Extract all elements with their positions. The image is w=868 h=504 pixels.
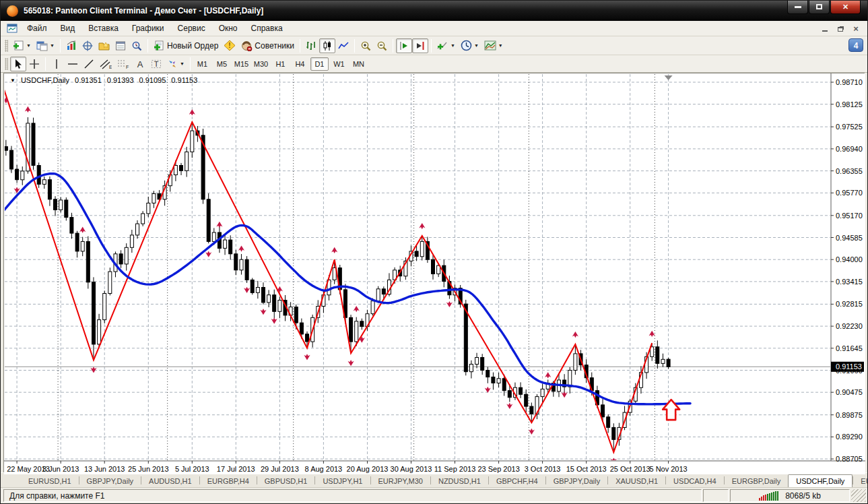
mdi-minimize-button[interactable]: [820, 24, 830, 33]
candle: [420, 241, 424, 256]
horizontal-line-button[interactable]: [65, 57, 81, 71]
menu-item[interactable]: Вид: [54, 22, 82, 35]
arrows-button[interactable]: ▼: [164, 57, 187, 71]
zoom-out-button[interactable]: [374, 38, 390, 53]
candle: [568, 371, 572, 387]
market-watch-button[interactable]: [63, 38, 79, 53]
chart-tab[interactable]: AUDUSD,H1: [141, 474, 199, 487]
trendline-button[interactable]: [81, 57, 97, 71]
minimize-button[interactable]: [787, 1, 808, 14]
indicators-button[interactable]: ▼: [434, 38, 458, 53]
price-tick-label: 0.96940: [836, 145, 863, 153]
text-label-button[interactable]: T: [148, 57, 164, 71]
candle: [98, 320, 101, 344]
line-chart-button[interactable]: [335, 38, 352, 53]
vertical-line-button[interactable]: [48, 57, 65, 71]
chevron-down-icon: ▼: [50, 43, 55, 48]
candle: [207, 199, 210, 242]
ohlc-high: 0.91393: [107, 76, 134, 84]
navigator-button[interactable]: [96, 38, 112, 53]
candle: [481, 358, 484, 371]
bar-chart-button[interactable]: [303, 38, 319, 53]
auto-scroll-button[interactable]: [396, 38, 412, 53]
menu-item[interactable]: Файл: [20, 22, 54, 35]
candle: [4, 147, 7, 151]
candle: [492, 377, 495, 383]
close-button[interactable]: ✕: [830, 1, 861, 14]
period-button-W1[interactable]: W1: [330, 57, 348, 71]
price-tick-label: 0.91645: [836, 344, 863, 352]
candle: [103, 294, 106, 320]
expert-advisors-button[interactable]: Советники: [238, 38, 297, 53]
text-button[interactable]: A: [132, 57, 148, 71]
price-tick-label: 0.89290: [836, 433, 863, 441]
clock-icon: [461, 40, 472, 51]
crosshair-button[interactable]: [26, 57, 42, 71]
strategy-tester-button[interactable]: [129, 38, 145, 53]
new-order-button[interactable]: Новый Ордер: [151, 38, 221, 53]
chart-tab[interactable]: GBPJPY,Daily: [546, 474, 608, 487]
chart-tab[interactable]: USDCHF,Daily: [788, 474, 853, 487]
community-button[interactable]: 4: [848, 38, 863, 52]
zoom-in-button[interactable]: [358, 38, 374, 53]
chart-shift-button[interactable]: [412, 38, 428, 53]
maximize-button[interactable]: [809, 1, 830, 14]
cursor-button[interactable]: [10, 57, 26, 71]
periods-button[interactable]: ▼: [458, 38, 481, 53]
candle: [136, 224, 139, 235]
candle: [432, 259, 435, 274]
period-button-MN[interactable]: MN: [349, 57, 368, 71]
candlestick-chart-button[interactable]: [319, 38, 335, 53]
metaeditor-button[interactable]: !: [221, 38, 238, 53]
period-button-M5[interactable]: M5: [213, 57, 231, 71]
menu-item[interactable]: Вставка: [81, 22, 125, 35]
ohlc-open: 0.91351: [75, 76, 102, 84]
new-chart-button[interactable]: ▼: [10, 38, 34, 53]
time-tick-label: 23 Sep 2013: [477, 465, 519, 473]
menu-item[interactable]: Справка: [244, 22, 290, 35]
chart-tab[interactable]: EURCHF,H4: [853, 474, 867, 487]
period-button-M1[interactable]: M1: [193, 57, 211, 71]
candle: [371, 301, 374, 314]
data-window-button[interactable]: [79, 38, 96, 53]
period-button-M30[interactable]: M30: [252, 57, 270, 71]
candle: [415, 251, 418, 257]
chart-tab[interactable]: EURUSD,H1: [21, 474, 79, 487]
chart-tab[interactable]: EURGBP,Daily: [725, 474, 789, 487]
equidistant-channel-button[interactable]: E: [97, 57, 114, 71]
price-tick-label: 0.95770: [836, 189, 863, 197]
chart-tab[interactable]: USDCAD,H4: [666, 474, 724, 487]
chart-tab[interactable]: GBPUSD,H1: [257, 474, 315, 487]
candle: [75, 233, 79, 251]
candle: [574, 354, 577, 371]
chart-tab[interactable]: EURGBP,H4: [200, 474, 257, 487]
period-button-H1[interactable]: H1: [271, 57, 290, 71]
time-tick-label: 25 Jun 2013: [128, 465, 169, 473]
terminal-button[interactable]: [112, 38, 129, 53]
period-button-D1[interactable]: D1: [310, 57, 329, 71]
price-chart[interactable]: 0.987100.981250.975250.969400.963550.957…: [4, 73, 865, 474]
menu-item[interactable]: Окно: [212, 22, 244, 35]
chart-tab[interactable]: XAUUSD,H1: [608, 474, 665, 487]
symbol-dropdown-icon[interactable]: ▼: [10, 77, 15, 84]
period-button-M15[interactable]: M15: [232, 57, 251, 71]
menu-item[interactable]: Графики: [125, 22, 171, 35]
period-button-H4[interactable]: H4: [291, 57, 309, 71]
chart-tab[interactable]: EURJPY,M30: [371, 474, 430, 487]
menu-item[interactable]: Сервис: [171, 22, 212, 35]
resize-grip[interactable]: [851, 489, 866, 502]
toolbar-grip[interactable]: [5, 40, 8, 52]
fibonacci-icon: F: [117, 59, 129, 69]
toolbar-grip[interactable]: [5, 58, 8, 70]
mdi-restore-button[interactable]: [835, 24, 846, 33]
time-tick-label: 15 Oct 2013: [566, 465, 607, 473]
chart-tab[interactable]: GBPJPY,Daily: [79, 474, 141, 487]
chart-tab[interactable]: USDJPY,H1: [315, 474, 370, 487]
chart-tab[interactable]: NZDUSD,H1: [431, 474, 488, 487]
fibonacci-button[interactable]: F: [114, 57, 132, 71]
mdi-close-button[interactable]: ×: [850, 24, 861, 33]
chart-tab[interactable]: GBPCHF,H4: [489, 474, 545, 487]
templates-button[interactable]: ▼: [481, 38, 506, 53]
arrow-objects-icon: [167, 59, 178, 69]
profiles-button[interactable]: ▼: [34, 38, 57, 53]
